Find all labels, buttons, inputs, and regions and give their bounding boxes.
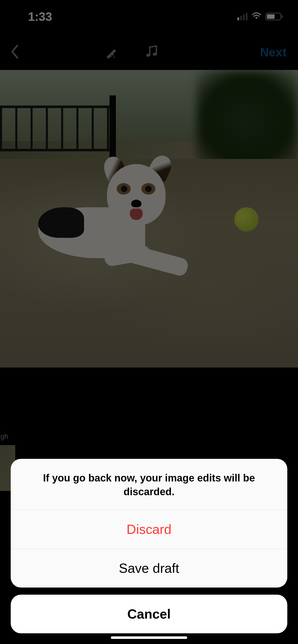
home-indicator[interactable] — [111, 636, 187, 639]
action-sheet-title: If you go back now, your image edits wil… — [11, 459, 287, 510]
action-sheet-group: If you go back now, your image edits wil… — [11, 459, 287, 588]
cancel-button[interactable]: Cancel — [11, 595, 287, 633]
action-sheet: If you go back now, your image edits wil… — [11, 459, 287, 633]
save-draft-button[interactable]: Save draft — [11, 549, 287, 588]
discard-button[interactable]: Discard — [11, 510, 287, 549]
